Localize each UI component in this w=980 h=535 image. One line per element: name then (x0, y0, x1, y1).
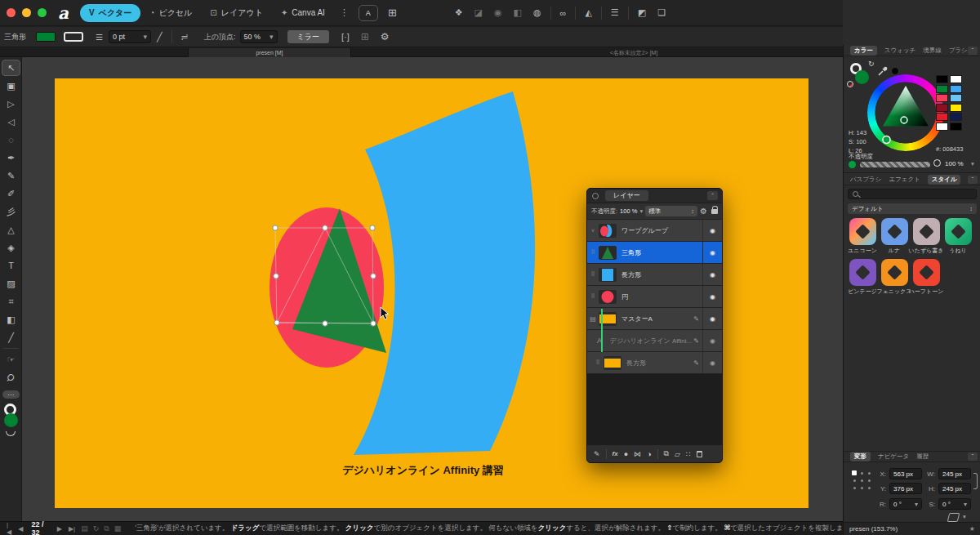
translate-button[interactable]: A (359, 5, 378, 21)
pen-tool[interactable]: ✒ (2, 149, 20, 166)
point-transform-icon[interactable]: ❏ (652, 7, 671, 18)
aspect-link-icon[interactable] (973, 473, 978, 489)
next-page-button[interactable]: ▶ (54, 525, 65, 533)
alignment-icon[interactable]: ☰ (605, 7, 625, 18)
adjustment-icon[interactable]: ◑ (647, 450, 651, 458)
panel-close-icon[interactable] (592, 193, 599, 199)
opacity-chevron-icon[interactable]: ▾ (971, 160, 974, 167)
visibility-eye-icon[interactable]: ◉ (702, 264, 722, 285)
fill-layer-icon[interactable]: ● (624, 450, 628, 458)
panel-chevron-icon[interactable]: ˇ (968, 176, 978, 184)
zoom-tool[interactable]: Ϙ (2, 369, 20, 386)
fill-color-well[interactable] (4, 413, 18, 427)
opacity-slider-handle[interactable] (933, 159, 941, 167)
last-page-button[interactable]: ▶| (65, 525, 78, 533)
drag-handle-icon[interactable]: ⠿ (587, 293, 599, 300)
snapping-icon[interactable]: ∞ (555, 8, 572, 18)
swatch[interactable] (950, 104, 962, 112)
y-input[interactable]: 376 px (889, 483, 922, 494)
swatch[interactable] (936, 104, 948, 112)
tab-history[interactable]: 履歴 (916, 453, 929, 461)
rotate-page-icon[interactable]: ↻ (91, 524, 102, 533)
shear-input[interactable]: 0 °▾ (938, 498, 971, 510)
w-input[interactable]: 245 px (938, 468, 971, 479)
tab-color[interactable]: カラー (850, 46, 877, 56)
swatch[interactable] (950, 113, 962, 121)
panel-chevron-icon[interactable]: ˇ (968, 453, 978, 461)
style-item[interactable]: うねり (943, 218, 973, 255)
layer-thumbnail[interactable] (599, 224, 617, 238)
stroke-lines-icon[interactable]: ☰ (90, 33, 109, 42)
apps-grid-icon[interactable]: ⊞ (382, 7, 403, 19)
minimize-window-button[interactable] (22, 8, 31, 17)
layer-row-master-a[interactable]: ▤ マスターA ✎ ◉ (587, 308, 722, 329)
delete-layer-icon[interactable] (697, 451, 702, 457)
duplicate-page-icon[interactable]: ⧉ (101, 524, 111, 533)
artboard-caption-text[interactable]: デジハリオンライン Affinity 講習 (342, 464, 504, 476)
pattern-icon[interactable]: ∷ (686, 450, 691, 458)
swap-colors-icon[interactable]: ↻ (868, 60, 875, 68)
boolean-add-icon[interactable]: ❖ (449, 7, 469, 18)
stroke-width-dropdown[interactable]: 0 pt▾ (109, 30, 151, 43)
view-tool[interactable]: ☞ (2, 351, 20, 368)
settings-gear-icon[interactable]: ⚙ (375, 31, 395, 42)
styles-search-input[interactable] (848, 189, 977, 199)
swatch[interactable] (950, 94, 962, 102)
picture-frame-tool[interactable]: ▨ (2, 275, 20, 292)
insert-target-icon[interactable]: [·] (336, 32, 355, 42)
drag-handle-icon[interactable]: ⠿ (587, 271, 599, 278)
swatch[interactable] (936, 85, 948, 93)
panel-chevron-icon[interactable]: ˇ (968, 47, 978, 55)
fill-tool[interactable]: ◧ (2, 311, 20, 328)
pressure-icon[interactable]: ≓ (176, 32, 194, 42)
style-item[interactable]: ユニコーン (848, 218, 877, 255)
layer-row-background-rect[interactable]: ⠿ 長方形 ✎ ◉ (587, 352, 722, 373)
crop-tool[interactable]: ⌗ (2, 293, 20, 310)
panel-menu-chevron-icon[interactable]: ˇ (707, 191, 718, 200)
layers-gear-icon[interactable]: ⚙ (700, 207, 707, 216)
style-item[interactable]: いたずら書き (911, 218, 941, 255)
style-thumbnail[interactable] (881, 218, 908, 245)
layer-thumbnail[interactable] (599, 290, 617, 304)
boolean-combine-icon[interactable]: ◍ (528, 7, 547, 18)
swatch[interactable] (936, 75, 948, 83)
no-color-well[interactable] (847, 81, 853, 87)
doc-tab-presen[interactable]: presen [M] (188, 48, 351, 57)
paint-brush-tool[interactable]: 彡 (2, 203, 20, 220)
layer-row-rectangle[interactable]: ⠿ 長方形 ◉ (587, 264, 722, 285)
vertex-value-dropdown[interactable]: 50 %▾ (240, 30, 278, 43)
visibility-eye-icon[interactable]: ◉ (702, 286, 722, 307)
mirror-button[interactable]: ミラー (287, 30, 329, 43)
drag-handle-icon[interactable]: ⠿ (587, 249, 599, 256)
swatch[interactable] (950, 123, 962, 131)
tab-stroke[interactable]: 境界線 (923, 47, 942, 55)
frame-text-tool[interactable]: T (2, 257, 20, 274)
blend-mode-select[interactable]: 標準↕ (645, 206, 697, 216)
swatch[interactable] (936, 113, 948, 121)
transform-mode-icon[interactable]: ◩ (632, 7, 652, 18)
opacity-slider[interactable] (860, 162, 930, 167)
visibility-eye-icon[interactable]: ◉ (702, 220, 722, 241)
artboard-tool[interactable]: ▣ (2, 78, 20, 94)
layer-thumbnail[interactable] (599, 268, 617, 282)
flip-horizontal-icon[interactable]: ◭ (579, 7, 597, 18)
pencil-tool[interactable]: ✎ (2, 167, 20, 184)
swatch[interactable] (950, 85, 962, 93)
style-thumbnail[interactable] (945, 218, 972, 245)
color-picker-tool[interactable]: ╱ (2, 329, 20, 346)
boolean-intersect-icon[interactable]: ◉ (488, 7, 508, 18)
move-tool[interactable]: ↖ (2, 60, 20, 76)
add-page-icon[interactable]: ▤ (78, 524, 91, 533)
tab-path-brush[interactable]: パスブラシ (850, 176, 881, 184)
tab-navigator[interactable]: ナビゲータ (878, 453, 909, 461)
drag-handle-icon[interactable]: ⠿ (592, 359, 604, 366)
style-thumbnail[interactable] (913, 218, 940, 245)
shape-tool[interactable]: △ (2, 221, 20, 238)
boolean-subtract-icon[interactable]: ◪ (469, 7, 488, 18)
prev-page-button[interactable]: ◀ (15, 525, 26, 533)
edit-lock-pencil-icon[interactable]: ✎ (693, 359, 699, 367)
edit-lock-pencil-icon[interactable]: ✎ (693, 315, 699, 323)
layers-panel-titlebar[interactable]: レイヤー ˇ (587, 189, 722, 203)
opacity-chevron-icon[interactable]: ▾ (639, 207, 643, 215)
persona-pixel[interactable]: ◔ ピクセル (140, 0, 201, 26)
